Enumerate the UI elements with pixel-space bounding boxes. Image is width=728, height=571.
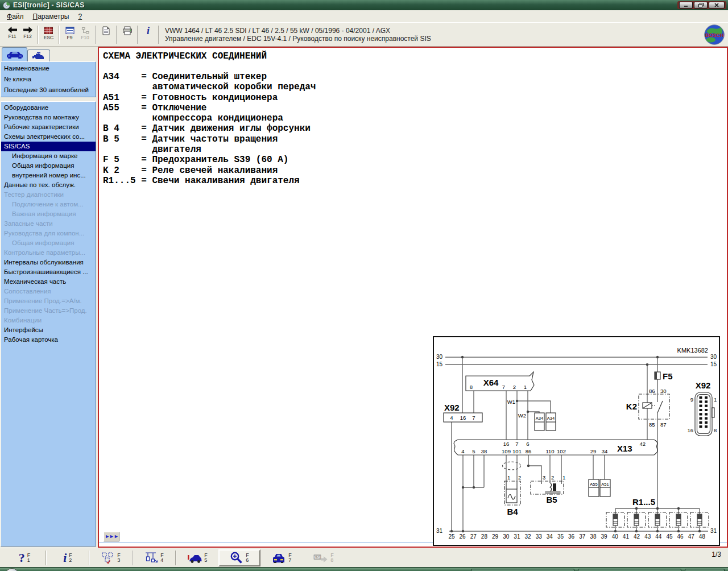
sidebar-quick-panel: Наименование№ ключаПоследние 30 автомоби… xyxy=(1,61,96,97)
menu-item[interactable]: Параметры xyxy=(28,11,74,22)
engine-icon xyxy=(32,52,46,60)
svg-text:38: 38 xyxy=(481,448,487,454)
maximize-button[interactable] xyxy=(694,2,708,9)
info-button[interactable]: i xyxy=(140,25,156,36)
f5-vehicle-info-button[interactable]: F5 xyxy=(176,549,218,566)
close-button[interactable] xyxy=(709,2,725,9)
escape-button[interactable]: ESC xyxy=(41,25,56,40)
sidebar-item[interactable]: Рабочие характеристики xyxy=(1,122,96,132)
sidebar-item[interactable]: Интервалы обслуживания xyxy=(1,258,96,267)
vehicle-info-line1: VWW 1464 / LT 46 2.5 SDI / LT 46 / 2.5 /… xyxy=(165,27,431,35)
svg-text:A34: A34 xyxy=(547,416,555,421)
svg-text:F5: F5 xyxy=(663,371,673,381)
f3-component-location-button[interactable]: F3 xyxy=(90,549,132,566)
svg-text:86: 86 xyxy=(649,388,655,394)
sidebar-item[interactable]: Информация о марке xyxy=(1,151,96,161)
sidebar-item: Руководства для компон... xyxy=(1,229,96,238)
document-button[interactable] xyxy=(98,25,114,35)
svg-text:3: 3 xyxy=(543,474,545,481)
svg-text:KMK13682: KMK13682 xyxy=(677,347,708,354)
sidebar-item[interactable]: Механическая часть xyxy=(1,277,96,287)
sidebar-item[interactable]: Схемы электрических со... xyxy=(1,132,96,142)
forward-button[interactable]: F12 xyxy=(20,25,35,39)
esi-arrow-icon: ESI xyxy=(313,552,328,564)
svg-text:102: 102 xyxy=(557,448,566,454)
svg-text:7: 7 xyxy=(502,384,505,390)
svg-text:30: 30 xyxy=(503,533,510,540)
vehicle-front-icon xyxy=(271,552,286,564)
svg-text:37: 37 xyxy=(579,533,586,540)
svg-text:85: 85 xyxy=(649,421,655,428)
svg-text:7: 7 xyxy=(515,441,518,447)
svg-text:A55: A55 xyxy=(590,482,597,487)
sidebar-item[interactable]: Оборудование xyxy=(1,103,96,113)
svg-text:86: 86 xyxy=(526,448,532,454)
document-icon xyxy=(102,26,110,35)
svg-text:W1: W1 xyxy=(507,399,515,405)
svg-text:ESI: ESI xyxy=(315,555,321,559)
svg-text:2: 2 xyxy=(513,384,516,390)
taskbar-window-button[interactable] xyxy=(471,569,574,571)
sidebar-item[interactable]: Данные по тех. обслуж. xyxy=(1,180,96,190)
f6-zoom-button[interactable]: F6 xyxy=(218,549,260,566)
sidebar-item: Сопоставления xyxy=(1,287,96,296)
application-window: ESI[tronic] - SIS/CAS ФайлПараметры? F11… xyxy=(0,0,728,571)
menu-item[interactable]: ? xyxy=(73,11,86,22)
svg-text:5: 5 xyxy=(472,448,475,454)
magnifier-icon xyxy=(230,551,243,565)
sidebar-quick-item[interactable]: Последние 30 автомобилей xyxy=(1,85,96,96)
svg-text:B4: B4 xyxy=(507,507,518,516)
sidebar-quick-item[interactable]: № ключа xyxy=(1,74,96,85)
sidebar-item[interactable]: Быстроизнашивающиеся ... xyxy=(1,267,96,277)
list-view-button[interactable]: F9 xyxy=(62,25,77,40)
tab-engine[interactable] xyxy=(27,49,50,61)
svg-text:38: 38 xyxy=(590,533,597,540)
svg-text:X92: X92 xyxy=(444,403,460,412)
sidebar-item: Запасные части xyxy=(1,219,96,229)
f7-vehicle-button[interactable]: F7 xyxy=(260,549,303,566)
tab-vehicle[interactable] xyxy=(2,47,27,61)
start-button[interactable] xyxy=(5,568,19,571)
sidebar-item[interactable]: Общая информация xyxy=(1,161,96,171)
svg-text:16: 16 xyxy=(460,415,466,421)
bottom-toolbar: ? F1 i F2 F3 F4 xyxy=(0,548,728,567)
svg-text:1: 1 xyxy=(714,396,717,403)
vehicle-info: VWW 1464 / LT 46 2.5 SDI / LT 46 / 2.5 /… xyxy=(165,25,431,43)
svg-text:43: 43 xyxy=(644,533,651,540)
f1-help-button[interactable]: ? F1 xyxy=(3,549,46,566)
svg-text:30: 30 xyxy=(710,354,717,360)
sidebar-quick-item[interactable]: Наименование xyxy=(1,63,96,74)
taskbar-window-button[interactable] xyxy=(578,569,681,571)
sidebar-item[interactable]: внутренний номер инс... xyxy=(1,171,96,180)
page-title: СХЕМА ЭЛЕКТРИЧЕСКИХ СОЕДИНЕНИЙ xyxy=(103,51,267,61)
svg-text:87: 87 xyxy=(660,421,667,428)
f2-info-button[interactable]: i F2 xyxy=(47,549,89,566)
sidebar-item[interactable]: Руководства по монтажу xyxy=(1,113,96,122)
next-page-button[interactable]: ►►► xyxy=(104,532,119,541)
svg-text:W2: W2 xyxy=(518,412,526,419)
menu-item[interactable]: Файл xyxy=(2,11,28,22)
svg-text:16: 16 xyxy=(687,427,693,433)
f4-schematic-button[interactable]: F4 xyxy=(133,549,175,566)
svg-text:32: 32 xyxy=(524,533,531,540)
svg-text:2: 2 xyxy=(551,474,554,481)
sidebar-item[interactable]: SIS/CAS xyxy=(1,142,96,151)
vehicle-info-line2: Управление двигателем / EDC 15V-4.1 / Ру… xyxy=(165,35,431,43)
back-button[interactable]: F11 xyxy=(5,25,20,39)
svg-text:101: 101 xyxy=(512,448,522,454)
minimize-button[interactable] xyxy=(679,2,693,9)
list-icon xyxy=(65,26,75,35)
svg-text:29: 29 xyxy=(492,533,499,540)
sidebar-item[interactable]: Интерфейсы xyxy=(1,325,96,335)
toolbar-separator xyxy=(95,26,96,44)
svg-text:39: 39 xyxy=(601,533,608,540)
sidebar-item[interactable]: Рабочая карточка xyxy=(1,335,96,345)
svg-text:29: 29 xyxy=(590,448,597,454)
svg-text:9: 9 xyxy=(690,396,693,403)
arrow-left-icon xyxy=(7,26,18,34)
taskbar-window-button[interactable] xyxy=(685,569,725,571)
print-button[interactable] xyxy=(119,25,135,35)
toolbar-separator xyxy=(158,26,159,44)
svg-text:X13: X13 xyxy=(617,444,632,453)
toolbar-separator xyxy=(38,26,39,44)
